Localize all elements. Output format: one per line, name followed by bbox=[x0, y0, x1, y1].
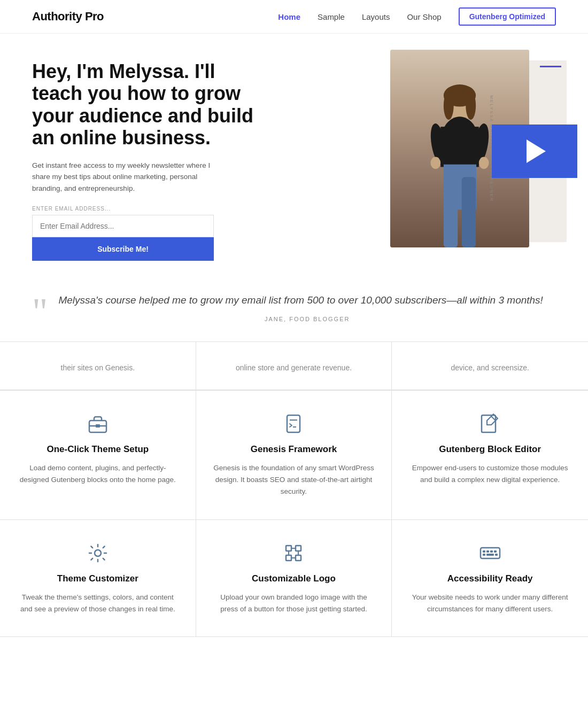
nav-layouts[interactable]: Layouts bbox=[362, 12, 390, 21]
svg-rect-16 bbox=[96, 424, 100, 428]
feature-desc-4: Tweak the theme's settings, colors, and … bbox=[16, 592, 180, 616]
feature-title-2: Genesis Framework bbox=[212, 444, 376, 455]
svg-rect-23 bbox=[286, 546, 291, 551]
svg-rect-12 bbox=[444, 177, 458, 247]
hero-section: Hey, I'm Melyssa. I'll teach you how to … bbox=[0, 34, 588, 271]
feature-desc-2: Genesis is the foundation of any smart W… bbox=[212, 462, 376, 498]
feature-title-1: One-Click Theme Setup bbox=[16, 444, 180, 455]
feature-title-6: Accessibility Ready bbox=[408, 573, 572, 584]
main-nav: Home Sample Layouts Our Shop Gutenberg O… bbox=[278, 7, 556, 26]
nav-home[interactable]: Home bbox=[278, 12, 300, 21]
svg-rect-38 bbox=[495, 554, 498, 556]
hero-right: Melyssa Griffin, Entrepreuner bbox=[374, 50, 556, 261]
svg-rect-32 bbox=[483, 550, 485, 553]
feature-desc-6: Your website needs to work under many di… bbox=[408, 592, 572, 616]
svg-rect-35 bbox=[494, 550, 497, 553]
email-label: Enter Email Address... bbox=[32, 206, 214, 212]
svg-point-2 bbox=[444, 91, 454, 120]
feature-genesis-framework: Genesis Framework Genesis is the foundat… bbox=[196, 391, 392, 520]
features-grid-top: their sites on Genesis. online store and… bbox=[0, 341, 588, 390]
feature-accessibility: Accessibility Ready Your website needs t… bbox=[392, 520, 588, 638]
subscribe-button[interactable]: Subscribe Me! bbox=[32, 237, 214, 261]
hero-title: Hey, I'm Melyssa. I'll teach you how to … bbox=[32, 60, 267, 149]
gear-icon bbox=[86, 541, 110, 565]
svg-rect-6 bbox=[440, 127, 479, 167]
feature-title-5: Customizable Logo bbox=[212, 573, 376, 584]
header: Authority Pro Home Sample Layouts Our Sh… bbox=[0, 0, 588, 34]
feature-cell-top-1: their sites on Genesis. bbox=[0, 342, 196, 390]
svg-rect-36 bbox=[483, 554, 485, 556]
code-icon bbox=[282, 412, 305, 436]
testimonial-author: Jane, Food Blogger bbox=[58, 316, 556, 322]
svg-rect-37 bbox=[486, 554, 494, 556]
svg-point-9 bbox=[430, 157, 440, 169]
briefcase-icon bbox=[86, 412, 110, 436]
svg-rect-31 bbox=[481, 548, 500, 558]
feature-top-text-1: their sites on Genesis. bbox=[61, 362, 135, 374]
keyboard-icon bbox=[478, 541, 502, 565]
hero-left: Hey, I'm Melyssa. I'll teach you how to … bbox=[32, 50, 374, 261]
feature-customizable-logo: Customizable Logo Upload your own brande… bbox=[196, 520, 392, 638]
hero-blue-line bbox=[540, 66, 561, 67]
site-logo[interactable]: Authority Pro bbox=[32, 10, 104, 24]
testimonial-text-wrap: Melyssa's course helped me to grow my em… bbox=[58, 293, 556, 322]
svg-rect-26 bbox=[296, 555, 301, 561]
email-input[interactable] bbox=[32, 215, 214, 237]
edit-icon bbox=[478, 412, 502, 436]
quote-mark: " bbox=[32, 298, 48, 325]
feature-top-text-2: online store and generate revenue. bbox=[236, 362, 352, 374]
features-grid-main: One-Click Theme Setup Load demo content,… bbox=[0, 390, 588, 637]
feature-title-4: Theme Customizer bbox=[16, 573, 180, 584]
video-play-button[interactable] bbox=[492, 125, 577, 178]
frame-icon bbox=[282, 541, 305, 565]
svg-rect-24 bbox=[296, 546, 301, 551]
nav-our-shop[interactable]: Our Shop bbox=[407, 12, 441, 21]
feature-theme-customizer: Theme Customizer Tweak the theme's setti… bbox=[0, 520, 196, 638]
feature-cell-top-3: device, and screensize. bbox=[392, 342, 588, 390]
svg-point-22 bbox=[95, 550, 101, 556]
testimonial-quote: Melyssa's course helped me to grow my em… bbox=[58, 293, 556, 308]
svg-point-3 bbox=[466, 91, 476, 120]
hero-form: Enter Email Address... Subscribe Me! bbox=[32, 206, 214, 261]
svg-rect-33 bbox=[486, 550, 489, 553]
svg-point-10 bbox=[479, 157, 489, 169]
hero-description: Get instant free access to my weekly new… bbox=[32, 160, 225, 195]
svg-rect-13 bbox=[462, 177, 476, 247]
testimonial-section: " Melyssa's course helped me to grow my … bbox=[0, 271, 588, 341]
feature-gutenberg-editor: Gutenberg Block Editor Empower end-users… bbox=[392, 391, 588, 520]
gutenberg-optimized-button[interactable]: Gutenberg Optimized bbox=[459, 7, 556, 26]
svg-rect-17 bbox=[287, 415, 300, 432]
feature-desc-5: Upload your own branded logo image with … bbox=[212, 592, 376, 616]
feature-desc-3: Empower end-users to customize those mod… bbox=[408, 462, 572, 486]
feature-one-click-setup: One-Click Theme Setup Load demo content,… bbox=[0, 391, 196, 520]
svg-rect-25 bbox=[286, 555, 291, 561]
feature-desc-1: Load demo content, plugins, and perfectl… bbox=[16, 462, 180, 486]
feature-title-3: Gutenberg Block Editor bbox=[408, 444, 572, 455]
feature-cell-top-2: online store and generate revenue. bbox=[196, 342, 392, 390]
play-icon bbox=[527, 139, 546, 163]
nav-sample[interactable]: Sample bbox=[318, 12, 345, 21]
svg-rect-34 bbox=[490, 550, 493, 553]
feature-top-text-3: device, and screensize. bbox=[451, 362, 529, 374]
